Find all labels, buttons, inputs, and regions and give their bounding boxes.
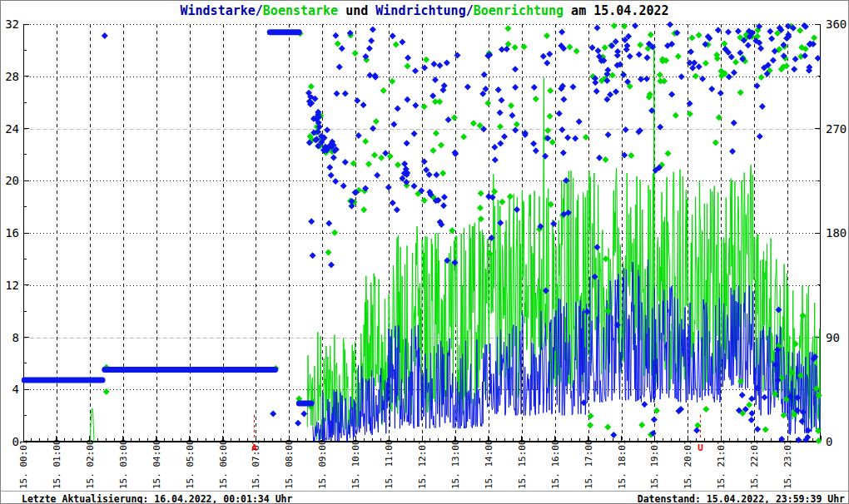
svg-text:U: U [698, 442, 703, 453]
svg-text:4: 4 [12, 383, 19, 396]
svg-text:8: 8 [12, 331, 19, 344]
svg-text:32: 32 [5, 17, 19, 31]
svg-text:90: 90 [826, 331, 840, 344]
svg-text:15. 21:01: 15. 21:01 [716, 439, 727, 489]
svg-text:15. 01:00: 15. 01:00 [52, 439, 62, 489]
svg-text:15. 14:00: 15. 14:00 [484, 439, 494, 489]
x-axis-labels: 15. 00:0115. 01:0015. 02:0015. 03:0015. … [18, 439, 793, 489]
svg-text:180: 180 [826, 226, 847, 240]
svg-text:20: 20 [5, 174, 19, 187]
sunset-marker: U [698, 415, 703, 453]
svg-text:15. 05:00: 15. 05:00 [185, 439, 196, 489]
svg-text:28: 28 [5, 70, 19, 83]
svg-text:270: 270 [826, 122, 847, 136]
early-gust-spike [90, 409, 94, 442]
wind-direction-segments [24, 32, 311, 403]
wind-chart-plot: 04812162024283209018027036015. 00:0115. … [1, 1, 849, 504]
svg-text:15. 02:00: 15. 02:00 [85, 439, 96, 489]
data-timestamp-text: Datenstand: 15.04.2022, 23:59:39 Uhr [638, 493, 845, 504]
svg-text:15. 08:00: 15. 08:00 [284, 439, 295, 489]
svg-text:15. 04:00: 15. 04:00 [151, 439, 162, 489]
chart-frame: Windstarke/Boenstarke und Windrichtung/B… [0, 0, 849, 504]
svg-text:15. 03:00: 15. 03:00 [118, 439, 129, 489]
svg-text:15. 00:01: 15. 00:01 [18, 439, 29, 489]
svg-text:0: 0 [826, 435, 832, 448]
svg-text:15. 10:00: 15. 10:00 [350, 439, 361, 489]
y-left-labels: 048121620242832 [5, 17, 19, 448]
svg-text:A: A [251, 442, 257, 453]
svg-text:15. 16:00: 15. 16:00 [550, 439, 561, 489]
svg-text:15. 17:00: 15. 17:00 [583, 439, 594, 489]
svg-text:16: 16 [5, 226, 19, 240]
svg-text:15. 11:00: 15. 11:00 [384, 439, 395, 489]
sunrise-marker: A [251, 415, 257, 453]
svg-text:15. 09:00: 15. 09:00 [317, 439, 328, 489]
svg-text:15. 22:01: 15. 22:01 [749, 439, 760, 489]
y-right-labels: 090180270360 [826, 17, 847, 448]
svg-text:12: 12 [5, 279, 19, 292]
svg-text:15. 13:00: 15. 13:00 [450, 439, 461, 489]
svg-text:15. 15:00: 15. 15:00 [517, 439, 528, 489]
svg-text:15. 19:01: 15. 19:01 [649, 439, 660, 489]
svg-text:24: 24 [5, 122, 19, 136]
svg-text:15. 12:01: 15. 12:01 [417, 439, 428, 489]
svg-text:15. 20:01: 15. 20:01 [683, 439, 693, 489]
svg-text:15. 23:01: 15. 23:01 [782, 439, 793, 489]
footer-divider [1, 491, 848, 492]
svg-text:360: 360 [826, 17, 847, 31]
last-update-text: Letzte Aktualisierung: 16.04.2022, 00:01… [22, 493, 292, 504]
svg-text:15. 06:00: 15. 06:00 [218, 439, 229, 489]
svg-text:15. 18:01: 15. 18:01 [617, 439, 628, 489]
